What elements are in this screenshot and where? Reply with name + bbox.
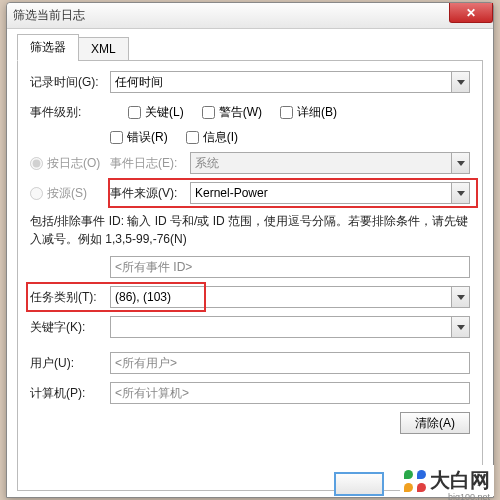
- radio-by-log: 按日志(O): [30, 155, 110, 172]
- label-task-category: 任务类别(T):: [30, 289, 110, 306]
- chevron-down-icon: [451, 183, 469, 203]
- chevron-down-icon: [451, 72, 469, 92]
- ok-button[interactable]: [334, 472, 384, 496]
- tab-pane: 记录时间(G): 任何时间 事件级别: 关键(L) 警告(W) 详细(B) 错误…: [17, 61, 483, 491]
- label-event-source: 事件来源(V):: [110, 185, 190, 202]
- combo-event-source[interactable]: Kernel-Power: [190, 182, 470, 204]
- checkbox-error[interactable]: 错误(R): [110, 129, 168, 146]
- combo-event-log-value: 系统: [195, 155, 219, 172]
- input-event-id[interactable]: <所有事件 ID>: [110, 256, 470, 278]
- radio-by-source: 按源(S): [30, 185, 110, 202]
- close-button[interactable]: ✕: [449, 3, 493, 23]
- watermark-logo-icon: [404, 470, 426, 492]
- input-computer[interactable]: <所有计算机>: [110, 382, 470, 404]
- tab-filter[interactable]: 筛选器: [17, 34, 79, 61]
- label-record-time: 记录时间(G):: [30, 74, 110, 91]
- window-title: 筛选当前日志: [13, 7, 85, 24]
- combo-record-time-value: 任何时间: [115, 74, 163, 91]
- content: 筛选器 XML 记录时间(G): 任何时间 事件级别: 关键(L) 警告(W) …: [7, 29, 493, 495]
- combo-event-log: 系统: [190, 152, 470, 174]
- checkbox-warning[interactable]: 警告(W): [202, 104, 262, 121]
- combo-event-source-value: Kernel-Power: [195, 186, 268, 200]
- watermark-text: 大白网: [430, 467, 490, 494]
- tab-xml[interactable]: XML: [78, 37, 129, 61]
- combo-keyword[interactable]: [110, 316, 470, 338]
- tabstrip: 筛选器 XML: [17, 37, 483, 61]
- checkbox-critical[interactable]: 关键(L): [128, 104, 184, 121]
- combo-task-category[interactable]: (86), (103): [110, 286, 470, 308]
- label-event-level: 事件级别:: [30, 104, 110, 121]
- label-event-log: 事件日志(E):: [110, 155, 190, 172]
- combo-task-category-value: (86), (103): [115, 290, 171, 304]
- checkbox-info[interactable]: 信息(I): [186, 129, 238, 146]
- clear-button[interactable]: 清除(A): [400, 412, 470, 434]
- checkbox-verbose[interactable]: 详细(B): [280, 104, 337, 121]
- chevron-down-icon: [451, 153, 469, 173]
- close-icon: ✕: [466, 6, 476, 20]
- note-id-syntax: 包括/排除事件 ID: 输入 ID 号和/或 ID 范围，使用逗号分隔。若要排除…: [30, 212, 470, 248]
- dialog-window: 筛选当前日志 ✕ 筛选器 XML 记录时间(G): 任何时间 事件级别: 关键(…: [6, 2, 494, 498]
- input-user[interactable]: <所有用户>: [110, 352, 470, 374]
- label-computer: 计算机(P):: [30, 385, 110, 402]
- chevron-down-icon: [451, 287, 469, 307]
- chevron-down-icon: [451, 317, 469, 337]
- watermark-sub: big100.net: [448, 492, 490, 500]
- combo-record-time[interactable]: 任何时间: [110, 71, 470, 93]
- titlebar: 筛选当前日志 ✕: [7, 3, 493, 29]
- label-keyword: 关键字(K):: [30, 319, 110, 336]
- label-user: 用户(U):: [30, 355, 110, 372]
